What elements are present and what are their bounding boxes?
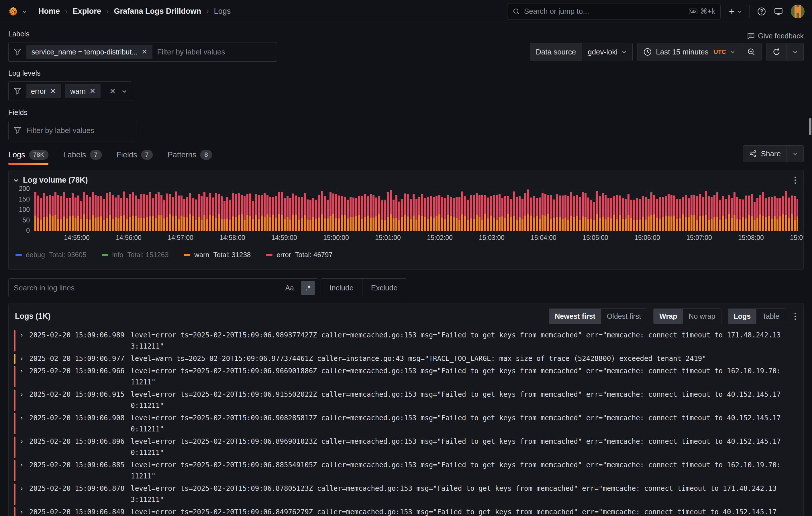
log-level-chip[interactable]: warn✕ bbox=[65, 84, 100, 98]
give-feedback-button[interactable]: Give feedback bbox=[747, 32, 804, 40]
page-scrollbar-thumb[interactable] bbox=[809, 118, 811, 135]
datasource-picker[interactable]: Data source gdev-loki bbox=[530, 43, 633, 61]
fields-filter-input[interactable] bbox=[26, 126, 133, 135]
expand-row-icon[interactable]: › bbox=[20, 353, 27, 364]
log-row[interactable]: ›2025-02-20 15:09:06.915level=error ts=2… bbox=[14, 389, 799, 411]
bar bbox=[673, 195, 675, 231]
share-menu-button[interactable] bbox=[786, 146, 804, 162]
bar bbox=[774, 196, 776, 231]
bar bbox=[54, 192, 56, 231]
bar bbox=[37, 195, 39, 231]
fields-filter-box[interactable] bbox=[8, 121, 137, 140]
log-line-search-box[interactable]: Aa .* bbox=[8, 278, 318, 297]
expand-row-icon[interactable]: › bbox=[20, 412, 27, 424]
expand-row-icon[interactable]: › bbox=[20, 483, 27, 494]
bar bbox=[203, 192, 205, 231]
chevron-down-icon[interactable] bbox=[121, 88, 127, 94]
log-line-search-input[interactable] bbox=[14, 283, 278, 292]
remove-chip-icon[interactable]: ✕ bbox=[50, 87, 56, 95]
log-levels-filter[interactable]: error✕warn✕ ✕ bbox=[8, 81, 132, 101]
sort-oldest-first[interactable]: Oldest first bbox=[601, 309, 647, 324]
breadcrumb-item[interactable]: Explore bbox=[73, 7, 101, 16]
log-timestamp: 2025-02-20 15:09:06.896 bbox=[29, 436, 124, 447]
user-avatar[interactable] bbox=[791, 5, 805, 18]
breadcrumb: Home›Explore›Grafana Logs Drilldown›Logs bbox=[38, 7, 231, 16]
new-menu-button[interactable] bbox=[728, 8, 742, 15]
panel-menu-icon[interactable] bbox=[793, 175, 798, 186]
include-button[interactable]: Include bbox=[321, 279, 362, 297]
bar bbox=[633, 200, 635, 231]
expand-row-icon[interactable]: › bbox=[20, 507, 27, 516]
bar bbox=[599, 196, 601, 231]
log-row[interactable]: ›2025-02-20 15:09:06.849level=error ts=2… bbox=[14, 507, 799, 516]
expand-row-icon[interactable]: › bbox=[20, 389, 27, 400]
collapse-icon[interactable] bbox=[13, 178, 19, 183]
exclude-button[interactable]: Exclude bbox=[362, 279, 406, 297]
chart-plot-area[interactable] bbox=[34, 189, 798, 231]
bar bbox=[123, 191, 125, 231]
tab-labels[interactable]: Labels7 bbox=[63, 150, 102, 165]
help-button[interactable] bbox=[757, 7, 766, 16]
bar bbox=[593, 202, 595, 231]
refresh-icon bbox=[772, 48, 781, 56]
legend-item-debug[interactable]: debugTotal: 93605 bbox=[16, 251, 87, 259]
breadcrumb-item[interactable]: Grafana Logs Drilldown bbox=[114, 7, 201, 16]
refresh-button[interactable] bbox=[766, 43, 786, 61]
remove-chip-icon[interactable]: ✕ bbox=[142, 48, 147, 56]
keyboard-icon bbox=[689, 8, 697, 15]
logs-panel-menu-icon[interactable] bbox=[793, 311, 798, 322]
log-row[interactable]: ›2025-02-20 15:09:06.966level=error ts=2… bbox=[14, 365, 799, 388]
tab-fields[interactable]: Fields7 bbox=[117, 150, 153, 165]
time-range-button[interactable]: Last 15 minutes UTC bbox=[638, 43, 741, 61]
remove-chip-icon[interactable]: ✕ bbox=[90, 87, 95, 95]
log-row[interactable]: ›2025-02-20 15:09:06.908level=error ts=2… bbox=[14, 412, 799, 435]
labels-filter-box[interactable]: service_name = tempo-distribut... ✕ bbox=[8, 42, 277, 62]
breadcrumb-item[interactable]: Logs bbox=[214, 7, 231, 16]
labels-filter-input[interactable] bbox=[157, 48, 272, 56]
bar bbox=[75, 197, 77, 231]
breadcrumb-item[interactable]: Home bbox=[38, 7, 60, 16]
clear-levels-icon[interactable]: ✕ bbox=[110, 87, 116, 96]
log-row[interactable]: ›2025-02-20 15:09:06.989level=error ts=2… bbox=[14, 330, 799, 352]
sort-newest-first[interactable]: Newest first bbox=[549, 309, 601, 324]
log-row[interactable]: ›2025-02-20 15:09:06.977level=warn ts=20… bbox=[14, 353, 799, 364]
legend-item-error[interactable]: errorTotal: 46797 bbox=[266, 251, 332, 259]
datasource-value[interactable]: gdev-loki bbox=[582, 43, 632, 61]
legend-item-warn[interactable]: warnTotal: 31238 bbox=[184, 251, 251, 259]
log-row[interactable]: ›2025-02-20 15:09:06.896level=error ts=2… bbox=[14, 436, 799, 458]
view-table[interactable]: Table bbox=[756, 309, 785, 324]
bar bbox=[266, 195, 268, 231]
legend-item-info[interactable]: infoTotal: 151263 bbox=[102, 251, 169, 259]
global-search[interactable]: ⌘+k bbox=[507, 3, 721, 20]
grafana-logo-menu[interactable] bbox=[7, 6, 27, 17]
news-button[interactable] bbox=[774, 7, 783, 16]
label-filter-chip[interactable]: service_name = tempo-distribut... ✕ bbox=[26, 45, 152, 59]
tab-count-badge: 8 bbox=[200, 150, 212, 160]
tab-logs[interactable]: Logs78K bbox=[8, 150, 49, 165]
wrap-no-wrap[interactable]: No wrap bbox=[683, 309, 721, 324]
tab-patterns[interactable]: Patterns8 bbox=[168, 150, 212, 165]
share-button[interactable]: Share bbox=[743, 146, 786, 162]
bar bbox=[387, 192, 389, 231]
log-level-chip[interactable]: error✕ bbox=[26, 84, 61, 98]
bar bbox=[312, 198, 314, 231]
expand-row-icon[interactable]: › bbox=[20, 436, 27, 447]
global-search-input[interactable] bbox=[524, 7, 685, 16]
expand-row-icon[interactable]: › bbox=[20, 460, 27, 471]
expand-row-icon[interactable]: › bbox=[20, 365, 27, 377]
bar bbox=[206, 197, 208, 231]
log-row[interactable]: ›2025-02-20 15:09:06.885level=error ts=2… bbox=[14, 460, 799, 482]
expand-row-icon[interactable]: › bbox=[20, 330, 27, 341]
bar bbox=[295, 195, 297, 231]
zoom-out-button[interactable] bbox=[741, 43, 761, 61]
case-sensitive-button[interactable]: Aa bbox=[282, 282, 297, 294]
bar bbox=[461, 191, 463, 231]
gridline bbox=[803, 189, 803, 231]
refresh-interval-button[interactable] bbox=[786, 43, 804, 61]
log-row[interactable]: ›2025-02-20 15:09:06.878level=error ts=2… bbox=[14, 483, 799, 506]
wrap-wrap[interactable]: Wrap bbox=[654, 309, 683, 324]
regex-button[interactable]: .* bbox=[301, 281, 315, 295]
label-filter-chip-text: service_name = tempo-distribut... bbox=[31, 48, 138, 56]
view-logs[interactable]: Logs bbox=[728, 309, 757, 324]
bar bbox=[261, 195, 263, 231]
